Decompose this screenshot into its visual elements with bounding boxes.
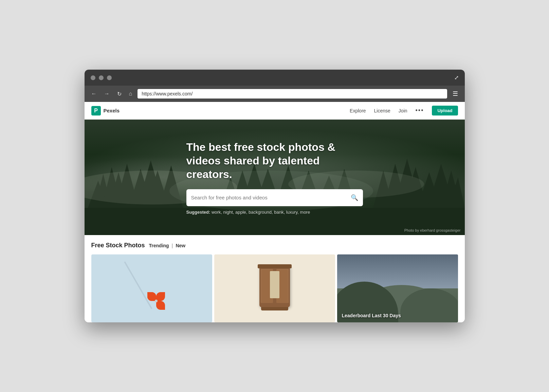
maximize-button[interactable] <box>107 75 112 80</box>
header-nav: Explore License Join ••• Upload <box>350 106 458 115</box>
title-bar: ⤢ <box>85 70 465 86</box>
pinwheel-blades <box>147 291 166 310</box>
section-header: Free Stock Photos Trending | New <box>91 242 458 249</box>
window-controls <box>91 75 112 80</box>
site-header: P Pexels Explore License Join ••• Upload <box>85 102 465 120</box>
join-link[interactable]: Join <box>399 108 407 113</box>
photo-card-cabinet[interactable] <box>214 254 335 322</box>
hills-bg <box>337 254 458 322</box>
nav-bar: ← → ↻ ⌂ ☰ <box>85 86 465 102</box>
section-filter: Trending | New <box>149 243 186 248</box>
back-button[interactable]: ← <box>89 90 99 97</box>
expand-icon[interactable]: ⤢ <box>454 74 459 81</box>
hero-search-input[interactable] <box>191 195 347 200</box>
filter-trending[interactable]: Trending <box>149 243 169 248</box>
license-link[interactable]: License <box>374 108 390 113</box>
cabinet-scroll <box>270 271 279 298</box>
photo-credit: Photo by eberhard grossgasteiger <box>404 228 461 232</box>
forward-button[interactable]: → <box>102 90 112 97</box>
logo-icon: P <box>91 106 101 115</box>
card-overlay-text: Leaderboard Last 30 Days <box>342 313 401 318</box>
hero-section: The best free stock photos & videos shar… <box>85 120 465 235</box>
cabinet-body <box>259 266 290 307</box>
cabinet-bg <box>214 254 335 322</box>
search-icon[interactable]: 🔍 <box>351 194 358 201</box>
home-button[interactable]: ⌂ <box>127 90 134 97</box>
photo-card-hills[interactable]: Leaderboard Last 30 Days <box>337 254 458 322</box>
upload-button[interactable]: Upload <box>432 106 458 115</box>
cabinet-base <box>261 307 288 310</box>
suggested-label: Suggested: <box>186 210 211 215</box>
hero-content: The best free stock photos & videos shar… <box>180 140 370 215</box>
filter-new[interactable]: New <box>176 243 185 248</box>
cabinet-top <box>258 264 292 268</box>
photo-grid: Leaderboard Last 30 Days <box>91 254 458 322</box>
hero-title: The best free stock photos & videos shar… <box>186 140 363 181</box>
logo-text: Pexels <box>104 108 120 113</box>
section-title: Free Stock Photos <box>91 242 145 249</box>
close-button[interactable] <box>91 75 95 80</box>
photo-card-pinwheel[interactable] <box>91 254 212 322</box>
explore-link[interactable]: Explore <box>350 108 366 113</box>
filter-divider: | <box>172 243 173 248</box>
suggested-items: work, night, apple, background, bank, lu… <box>212 210 310 215</box>
minimize-button[interactable] <box>99 75 104 80</box>
search-box: 🔍 <box>186 189 363 206</box>
content-section: Free Stock Photos Trending | New <box>85 235 465 322</box>
browser-window: ⤢ ← → ↻ ⌂ ☰ P Pexels Explore License Joi… <box>85 70 465 322</box>
url-input[interactable] <box>138 89 447 99</box>
suggested-row: Suggested: work, night, apple, backgroun… <box>186 210 363 215</box>
cabinet-illustration <box>259 266 290 310</box>
hamburger-button[interactable]: ☰ <box>451 89 460 98</box>
more-dots[interactable]: ••• <box>416 107 424 114</box>
reload-button[interactable]: ↻ <box>115 90 124 98</box>
logo-area[interactable]: P Pexels <box>91 106 120 115</box>
pinwheel-bg <box>91 254 212 322</box>
